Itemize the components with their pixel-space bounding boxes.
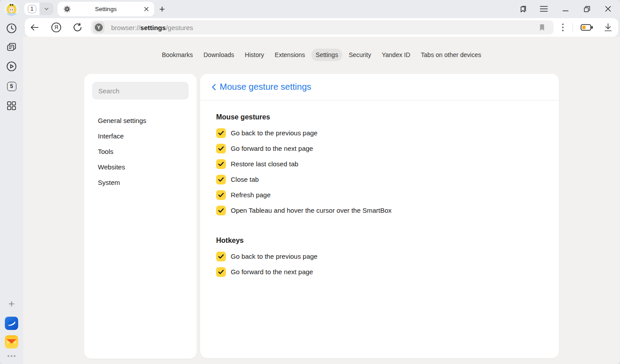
news-cards-icon (6, 42, 17, 53)
checkbox-label: Restore last closed tab (231, 160, 298, 168)
tab-group-counter[interactable]: 1 (24, 3, 54, 15)
settings-page: Bookmarks Downloads History Extensions S… (23, 37, 620, 364)
nav-tab-settings[interactable]: Settings (311, 49, 343, 61)
settings-nav-general[interactable]: General settings (98, 113, 197, 128)
bookmarks-panel-button[interactable] (518, 4, 529, 14)
hotkey-row[interactable]: Go forward to the next page (216, 264, 543, 280)
gesture-row[interactable]: Go back to the previous page (216, 125, 543, 141)
reload-icon (73, 23, 82, 32)
site-badge[interactable]: Y (93, 22, 105, 33)
settings-nav-websites[interactable]: Websites (98, 159, 197, 175)
nav-tab-security[interactable]: Security (344, 49, 376, 61)
battery-icon (581, 24, 593, 31)
checkbox-checked[interactable] (216, 190, 226, 200)
checkbox-label: Refresh page (231, 191, 271, 199)
nav-tab-bookmarks[interactable]: Bookmarks (157, 49, 197, 61)
hotkeys-section: Hotkeys Go back to the previous page Go … (216, 237, 543, 280)
nav-tab-yandex-id[interactable]: Yandex ID (377, 49, 415, 61)
url-text: browser://settings/gestures (111, 20, 193, 34)
gesture-row[interactable]: Close tab (216, 172, 543, 187)
nav-tab-other-devices[interactable]: Tabs on other devices (416, 49, 485, 61)
browser-toolbar: Я Y browser://settings/gestures (25, 18, 618, 37)
services-panel-button[interactable] (5, 99, 18, 112)
reload-button[interactable] (72, 22, 83, 33)
yandex-home-button[interactable]: Я (51, 22, 62, 33)
checkbox-label: Go forward to the next page (231, 268, 313, 276)
nav-tab-history[interactable]: History (240, 49, 269, 61)
nav-tab-downloads[interactable]: Downloads (199, 49, 239, 61)
yandex-disk-shortcut[interactable] (5, 317, 18, 330)
browser-menu-button[interactable] (539, 4, 549, 14)
checkbox-label: Open Tableau and hover the cursor over t… (231, 207, 391, 214)
mail-app-icon (5, 335, 18, 349)
checkbox-label: Go forward to the next page (231, 145, 313, 152)
checkbox-checked[interactable] (216, 267, 226, 277)
video-panel-button[interactable] (5, 60, 18, 73)
disk-app-icon (5, 317, 18, 330)
nav-tab-extensions[interactable]: Extensions (270, 49, 309, 61)
window-close-button[interactable] (603, 4, 613, 14)
more-panel-button[interactable] (5, 349, 18, 363)
checkbox-label: Go back to the previous page (231, 253, 318, 260)
hotkey-row[interactable]: Go back to the previous page (216, 249, 543, 264)
url-host: settings (140, 24, 166, 31)
url-scheme: browser:// (111, 24, 140, 31)
yandex-mail-shortcut[interactable] (5, 335, 18, 349)
checkbox-checked[interactable] (216, 144, 226, 153)
gear-icon (63, 5, 71, 13)
tab-list-dropdown[interactable] (39, 3, 54, 15)
gesture-row[interactable]: Go forward to the next page (216, 141, 543, 156)
hamburger-icon (540, 6, 548, 12)
downloads-button[interactable] (603, 22, 613, 33)
window-restore-button[interactable] (581, 4, 592, 14)
settings-nav-interface[interactable]: Interface (98, 128, 197, 144)
play-icon (6, 61, 17, 72)
back-chevron-icon[interactable] (210, 83, 218, 91)
checkbox-checked[interactable] (216, 128, 226, 138)
active-tab[interactable]: Settings (58, 2, 154, 16)
window-minimize-button[interactable] (560, 4, 571, 14)
history-panel-button[interactable] (5, 22, 18, 35)
add-panel-button[interactable]: + (5, 297, 18, 310)
tab-title: Settings (58, 2, 154, 16)
checkbox-label: Close tab (231, 176, 259, 183)
settings-search (92, 82, 189, 100)
profile-avatar[interactable] (4, 2, 19, 16)
yandex-logo-icon: Я (51, 22, 62, 33)
back-button[interactable] (29, 22, 40, 33)
address-bar[interactable]: Y browser://settings/gestures (91, 20, 554, 34)
checkbox-checked[interactable] (216, 252, 226, 261)
gesture-settings-card: Mouse gesture settings Mouse gestures Go… (200, 74, 559, 358)
bookmarks-stack-icon (519, 4, 528, 13)
search-input[interactable] (92, 82, 189, 100)
ellipsis-icon (7, 355, 16, 357)
mouse-gestures-section: Mouse gestures Go back to the previous p… (216, 113, 543, 218)
settings-nav-system[interactable]: System (98, 175, 197, 190)
clock-icon (6, 23, 17, 34)
restore-icon (584, 6, 590, 12)
battery-saver-button[interactable] (580, 22, 593, 33)
section-heading: Mouse gestures (216, 113, 543, 121)
tab-strip: 1 Settings (0, 0, 620, 18)
avatar-image (4, 2, 19, 16)
page-title: Mouse gesture settings (220, 82, 311, 92)
new-tab-button[interactable]: + (156, 3, 168, 15)
url-path: /gestures (166, 24, 193, 31)
gesture-row[interactable]: Refresh page (216, 187, 543, 203)
gesture-row[interactable]: Restore last closed tab (216, 156, 543, 172)
bookmark-flag-icon[interactable] (538, 23, 546, 32)
tab-close-icon[interactable] (143, 6, 150, 13)
feed-panel-button[interactable] (5, 41, 18, 54)
tab-count-section[interactable]: 1 (24, 3, 39, 15)
extensions-kebab-button[interactable] (558, 22, 568, 33)
checkbox-checked[interactable] (216, 175, 226, 184)
gesture-settings-body: Mouse gestures Go back to the previous p… (200, 113, 559, 280)
tabs-panel-button[interactable]: 5 (5, 80, 18, 93)
gesture-row[interactable]: Open Tableau and hover the cursor over t… (216, 203, 543, 218)
checkbox-checked[interactable] (216, 206, 226, 215)
checkbox-checked[interactable] (216, 159, 226, 169)
section-heading: Hotkeys (216, 237, 543, 245)
settings-nav-tools[interactable]: Tools (98, 144, 197, 159)
tab-count-badge: 1 (28, 5, 36, 13)
download-icon (604, 23, 612, 32)
